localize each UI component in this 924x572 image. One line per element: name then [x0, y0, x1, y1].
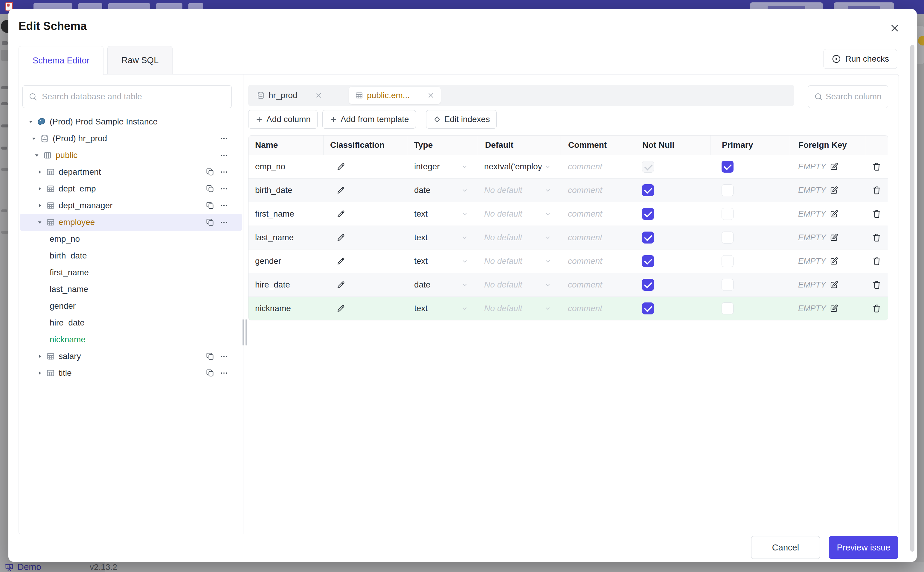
tree-item-prod-prod-sample-instance[interactable]: (Prod) Prod Sample Instance: [20, 113, 242, 130]
edit-foreign-key-icon[interactable]: [829, 210, 839, 218]
close-tab-icon[interactable]: [315, 92, 322, 99]
duplicate-table-icon[interactable]: [206, 352, 215, 361]
primary-checkbox[interactable]: [722, 184, 733, 196]
type-select[interactable]: text: [407, 202, 477, 225]
tree-item-nickname[interactable]: nickname: [20, 331, 242, 348]
default-select[interactable]: No default: [477, 250, 560, 273]
pencil-icon[interactable]: [336, 280, 346, 289]
edit-foreign-key-icon[interactable]: [829, 280, 839, 289]
not-null-checkbox[interactable]: [642, 208, 654, 220]
column-name-cell[interactable]: last_name: [248, 226, 323, 249]
duplicate-table-icon[interactable]: [206, 168, 215, 177]
tab-schema-editor[interactable]: Schema Editor: [19, 46, 104, 75]
type-select[interactable]: date: [407, 273, 477, 297]
column-name-cell[interactable]: emp_no: [248, 155, 323, 178]
tree-item-birth-date[interactable]: birth_date: [20, 247, 242, 264]
caret-down-icon[interactable]: [36, 218, 43, 226]
tree-item-last-name[interactable]: last_name: [20, 281, 242, 298]
caret-right-icon[interactable]: [36, 353, 43, 360]
caret-down-icon[interactable]: [30, 135, 38, 142]
dialog-scrollbar[interactable]: [910, 45, 915, 552]
pencil-icon[interactable]: [336, 162, 346, 171]
caret-right-icon[interactable]: [36, 185, 43, 193]
comment-input[interactable]: comment: [560, 273, 637, 297]
delete-column-icon[interactable]: [872, 209, 882, 219]
more-actions-icon[interactable]: [220, 151, 228, 160]
pencil-icon[interactable]: [336, 186, 346, 195]
edit-foreign-key-icon[interactable]: [829, 304, 839, 313]
more-actions-icon[interactable]: [220, 201, 228, 210]
default-select[interactable]: No default: [477, 202, 560, 225]
tree-item-gender[interactable]: gender: [20, 298, 242, 314]
caret-right-icon[interactable]: [36, 202, 43, 210]
primary-checkbox[interactable]: [722, 208, 733, 220]
delete-column-icon[interactable]: [872, 185, 882, 195]
comment-input[interactable]: comment: [560, 226, 637, 249]
comment-input[interactable]: comment: [560, 297, 637, 320]
demo-link[interactable]: Demo: [17, 562, 41, 572]
default-select[interactable]: No default: [477, 297, 560, 320]
more-actions-icon[interactable]: [220, 218, 228, 227]
add-column-button[interactable]: Add column: [248, 110, 318, 129]
tree-item-first-name[interactable]: first_name: [20, 264, 242, 281]
caret-down-icon[interactable]: [33, 151, 41, 159]
type-select[interactable]: integer: [407, 155, 477, 178]
tree-item-emp-no[interactable]: emp_no: [20, 231, 242, 247]
type-select[interactable]: text: [407, 250, 477, 273]
not-null-checkbox[interactable]: [642, 184, 654, 196]
tree-item-hire-date[interactable]: hire_date: [20, 314, 242, 331]
comment-input[interactable]: comment: [560, 155, 637, 178]
more-actions-icon[interactable]: [220, 352, 228, 361]
more-actions-icon[interactable]: [220, 184, 228, 193]
not-null-checkbox[interactable]: [642, 161, 654, 173]
cancel-button[interactable]: Cancel: [751, 536, 820, 559]
delete-column-icon[interactable]: [872, 304, 882, 313]
column-name-cell[interactable]: nickname: [248, 297, 323, 320]
database-search-input[interactable]: [22, 85, 232, 108]
default-select[interactable]: No default: [477, 273, 560, 297]
delete-column-icon[interactable]: [872, 233, 882, 242]
primary-checkbox[interactable]: [722, 255, 733, 267]
not-null-checkbox[interactable]: [642, 232, 654, 244]
edit-foreign-key-icon[interactable]: [829, 233, 839, 242]
not-null-checkbox[interactable]: [642, 279, 654, 291]
edit-indexes-button[interactable]: Edit indexes: [426, 110, 497, 129]
caret-right-icon[interactable]: [36, 168, 43, 176]
caret-right-icon[interactable]: [36, 369, 43, 377]
primary-checkbox[interactable]: [722, 279, 733, 291]
comment-input[interactable]: comment: [560, 250, 637, 273]
column-name-cell[interactable]: first_name: [248, 202, 323, 225]
tree-item-public[interactable]: public: [20, 147, 242, 164]
edit-foreign-key-icon[interactable]: [829, 162, 839, 171]
tab-raw-sql[interactable]: Raw SQL: [107, 46, 172, 74]
close-button[interactable]: [887, 20, 902, 36]
duplicate-table-icon[interactable]: [206, 368, 215, 378]
tab-chip-hr-prod[interactable]: hr_prod: [252, 85, 327, 106]
pencil-icon[interactable]: [336, 257, 346, 266]
type-select[interactable]: text: [407, 297, 477, 320]
default-select[interactable]: No default: [477, 226, 560, 249]
primary-checkbox[interactable]: [722, 232, 733, 244]
duplicate-table-icon[interactable]: [206, 218, 215, 227]
run-checks-button[interactable]: Run checks: [823, 49, 897, 69]
delete-column-icon[interactable]: [872, 280, 882, 289]
edit-foreign-key-icon[interactable]: [829, 186, 839, 195]
edit-foreign-key-icon[interactable]: [829, 257, 839, 266]
tree-item-dept-manager[interactable]: dept_manager: [20, 197, 242, 214]
tree-item-prod-hr-prod[interactable]: (Prod) hr_prod: [20, 130, 242, 147]
default-select[interactable]: nextval('employ: [477, 155, 560, 178]
add-from-template-button[interactable]: Add from template: [322, 110, 416, 129]
not-null-checkbox[interactable]: [642, 302, 654, 314]
delete-column-icon[interactable]: [872, 256, 882, 266]
column-name-cell[interactable]: birth_date: [248, 179, 323, 202]
more-actions-icon[interactable]: [220, 134, 228, 143]
not-null-checkbox[interactable]: [642, 255, 654, 267]
tree-item-salary[interactable]: salary: [20, 348, 242, 365]
duplicate-table-icon[interactable]: [206, 201, 215, 210]
close-tab-icon[interactable]: [427, 92, 435, 99]
pencil-icon[interactable]: [336, 210, 346, 218]
more-actions-icon[interactable]: [220, 368, 228, 378]
primary-checkbox[interactable]: [722, 161, 733, 173]
tree-item-title[interactable]: title: [20, 365, 242, 381]
primary-checkbox[interactable]: [722, 302, 733, 314]
